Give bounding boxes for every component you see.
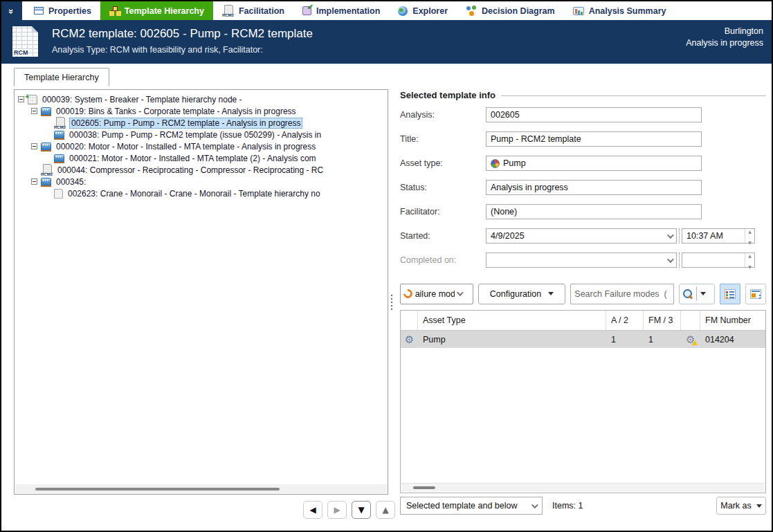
asset-type-cell: Pump bbox=[418, 331, 606, 348]
tab-label: Decision Diagram bbox=[482, 6, 555, 16]
mark-as-button[interactable]: Mark as bbox=[716, 497, 766, 515]
tab-explorer[interactable]: Explorer bbox=[389, 1, 457, 20]
move-left-button[interactable] bbox=[303, 501, 322, 519]
chevron-down-icon[interactable] bbox=[667, 232, 674, 239]
time-spinner[interactable] bbox=[745, 229, 754, 243]
spinner-up-icon[interactable] bbox=[748, 226, 752, 235]
tab-label: Implementation bbox=[316, 6, 380, 16]
title-field[interactable]: Pump - RCM2 template bbox=[486, 131, 702, 147]
scrollbar-thumb[interactable] bbox=[35, 488, 280, 490]
fm-count-column-header[interactable]: FM / 3 bbox=[644, 311, 681, 330]
tree-item[interactable]: 000021: Motor - Motor - Installed - MTA … bbox=[17, 152, 386, 164]
spinner-down-icon[interactable] bbox=[748, 237, 752, 246]
started-date-field[interactable]: 4/9/2025 bbox=[486, 228, 677, 244]
arrow-down-icon bbox=[358, 505, 364, 515]
configuration-button[interactable]: Configuration bbox=[478, 284, 566, 304]
chevron-down-icon bbox=[531, 502, 538, 508]
gear-icon bbox=[405, 334, 414, 345]
move-right-button[interactable] bbox=[327, 501, 347, 519]
header-titles: RCM2 template: 002605 - Pump - RCM2 temp… bbox=[52, 26, 686, 64]
tree-horizontal-scrollbar[interactable] bbox=[15, 484, 387, 493]
rcm2-doc-icon bbox=[41, 164, 53, 176]
tab-implementation[interactable]: Implementation bbox=[293, 1, 389, 20]
book-icon bbox=[54, 131, 64, 139]
scrollbar-thumb[interactable] bbox=[413, 486, 435, 489]
scope-dropdown-label: Selected template and below bbox=[406, 501, 518, 511]
field-label: Facilitator: bbox=[400, 207, 486, 217]
field-label: Completed on: bbox=[400, 255, 486, 265]
card-view-icon bbox=[750, 289, 761, 299]
chart-icon bbox=[573, 7, 584, 15]
rcm2-doc-icon bbox=[54, 117, 66, 129]
list-view-button[interactable] bbox=[720, 284, 740, 304]
caret-down-icon bbox=[548, 292, 554, 295]
facilitator-field[interactable]: (None) bbox=[486, 204, 702, 219]
fm-count-cell: 1 bbox=[644, 331, 681, 348]
tree-item-label: 000021: Motor - Motor - Installed - MTA … bbox=[68, 154, 318, 163]
items-count-label: Items: 1 bbox=[552, 501, 583, 511]
card-view-button[interactable] bbox=[745, 284, 766, 304]
search-button[interactable] bbox=[679, 284, 715, 304]
mode-dropdown[interactable]: Failure modes bbox=[400, 284, 473, 304]
table-horizontal-scrollbar[interactable] bbox=[401, 483, 765, 492]
move-up-button[interactable] bbox=[376, 501, 395, 519]
tab-decision-diagram[interactable]: Decision Diagram bbox=[457, 1, 564, 20]
table-header: Asset Type A / 2 FM / 3 FM Number bbox=[401, 311, 765, 331]
analysis-field[interactable]: 002605 bbox=[486, 107, 702, 122]
tree-item[interactable]: 000044: Compressor - Reciprocating - Com… bbox=[17, 164, 386, 176]
field-value: 002605 bbox=[491, 110, 520, 120]
status-field[interactable]: Analysis in progress bbox=[486, 180, 702, 195]
arrow-right-icon bbox=[334, 505, 340, 515]
tree-item[interactable]: 000039: System - Breaker - Template hier… bbox=[17, 93, 386, 105]
field-row-completed: Completed on: bbox=[400, 253, 766, 268]
tab-analysis-summary[interactable]: Analysis Summary bbox=[564, 1, 675, 20]
chevron-down-icon bbox=[667, 256, 674, 263]
fm-number-column-header[interactable]: FM Number bbox=[700, 311, 765, 330]
analysis-header: RCM2 template: 002605 - Pump - RCM2 temp… bbox=[1, 20, 772, 64]
completed-date-field bbox=[486, 253, 677, 268]
a-count-column-header[interactable]: A / 2 bbox=[606, 311, 644, 330]
field-row-facilitator: Facilitator: (None) bbox=[400, 204, 766, 219]
tab-template-hierarchy[interactable]: Template Hierarchy bbox=[100, 1, 213, 20]
asset-type-column-header[interactable]: Asset Type bbox=[418, 311, 606, 330]
search-input[interactable] bbox=[570, 284, 674, 304]
doc-icon bbox=[54, 189, 63, 199]
move-down-button[interactable] bbox=[352, 501, 371, 519]
tree-item[interactable]: 002623: Crane - Monorail - Crane - Monor… bbox=[17, 187, 386, 199]
field-row-started: Started: 4/9/2025 10:37 AM bbox=[400, 228, 766, 244]
fm-number-cell: 014204 bbox=[700, 331, 765, 348]
table-row[interactable]: Pump 1 1 014204 bbox=[401, 331, 765, 348]
tab-facilitation[interactable]: Facilitation bbox=[213, 1, 293, 20]
tree-collapse-icon[interactable] bbox=[31, 143, 37, 149]
panel-splitter[interactable] bbox=[391, 295, 392, 310]
tab-properties[interactable]: Properties bbox=[25, 1, 100, 20]
asset-type-field[interactable]: Pump bbox=[486, 156, 702, 171]
main-toolbar: » Properties Template Hierarchy Facilita… bbox=[1, 1, 772, 20]
failure-modes-footer: Selected template and below Items: 1 Mar… bbox=[400, 496, 766, 515]
tree-item[interactable]: 000019: Bins & Tanks - Corporate templat… bbox=[17, 105, 386, 117]
tree-item[interactable]: 000345: bbox=[17, 176, 386, 187]
started-time-field[interactable]: 10:37 AM bbox=[682, 228, 755, 244]
tree-collapse-icon[interactable] bbox=[31, 178, 37, 185]
field-label: Analysis: bbox=[400, 110, 486, 120]
tree-collapse-icon[interactable] bbox=[31, 108, 37, 114]
template-tree: 000039: System - Breaker - Template hier… bbox=[17, 93, 386, 482]
tree-item[interactable]: 000038: Pump - Pump - RCM2 template (iss… bbox=[17, 129, 386, 140]
tab-label: Template Hierarchy bbox=[125, 6, 204, 16]
tree-item[interactable]: 000020: Motor - Motor - Installed - MTA … bbox=[17, 140, 386, 152]
icon-column-header[interactable] bbox=[401, 311, 418, 330]
mark-as-button-label: Mark as bbox=[720, 501, 751, 511]
toolbar-tabs: Properties Template Hierarchy Facilitati… bbox=[25, 1, 675, 20]
tab-page-template-hierarchy[interactable]: Template Hierarchy bbox=[14, 68, 109, 86]
groupbox-title: Selected template info bbox=[400, 90, 495, 100]
scope-dropdown[interactable]: Selected template and below bbox=[400, 497, 543, 515]
tree-item-label: 000345: bbox=[55, 177, 87, 187]
tree-item-selected[interactable]: 002605: Pump - Pump - RCM2 template - An… bbox=[17, 117, 386, 129]
tree-collapse-icon[interactable] bbox=[18, 96, 24, 102]
icon-column-header[interactable] bbox=[681, 311, 700, 330]
groupbox-line bbox=[501, 95, 766, 96]
failure-modes-toolbar: Failure modes Configuration bbox=[400, 282, 766, 305]
site-label: Burlington bbox=[686, 26, 763, 37]
globe-icon bbox=[398, 6, 408, 16]
collapse-toolbar-button[interactable]: » bbox=[1, 1, 22, 20]
